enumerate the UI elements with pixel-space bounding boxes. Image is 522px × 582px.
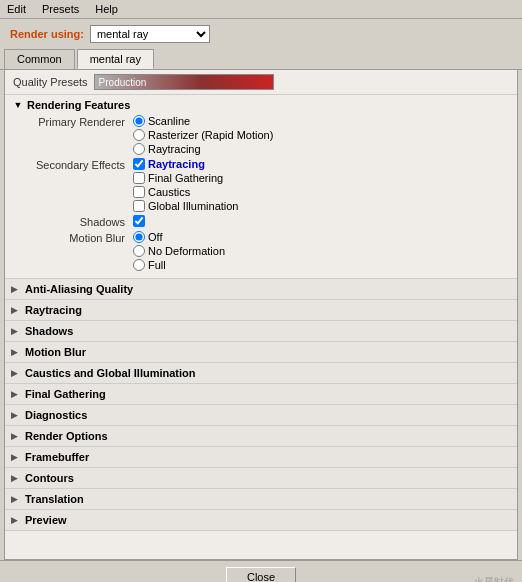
collapsible-label-9: Contours: [25, 472, 74, 484]
collapsible-label-6: Diagnostics: [25, 409, 87, 421]
collapsible-row-contours[interactable]: ▶Contours: [5, 467, 517, 489]
collapsible-row-preview[interactable]: ▶Preview: [5, 509, 517, 531]
secondary-global-illumination[interactable]: Global Illumination: [133, 200, 239, 212]
content-area[interactable]: ▼ Rendering Features Primary Renderer Sc…: [5, 95, 517, 559]
secondary-raytracing[interactable]: Raytracing: [133, 158, 239, 170]
rendering-features-header: ▼ Rendering Features: [13, 99, 509, 111]
secondary-final-gathering[interactable]: Final Gathering: [133, 172, 239, 184]
menu-edit[interactable]: Edit: [4, 2, 29, 16]
collapsible-label-1: Raytracing: [25, 304, 82, 316]
menu-bar: Edit Presets Help: [0, 0, 522, 19]
collapsible-list: ▶Anti-Aliasing Quality▶Raytracing▶Shadow…: [5, 278, 517, 531]
main-content: Quality Presets Production ▼ Rendering F…: [4, 70, 518, 560]
menu-help[interactable]: Help: [92, 2, 121, 16]
collapsible-row-diagnostics[interactable]: ▶Diagnostics: [5, 404, 517, 426]
shadows-row: Shadows: [13, 215, 509, 228]
motion-blur-row: Motion Blur Off No Deformation Full: [13, 231, 509, 271]
collapsible-arrow-1: ▶: [11, 305, 25, 315]
collapsible-arrow-7: ▶: [11, 431, 25, 441]
collapsible-label-3: Motion Blur: [25, 346, 86, 358]
collapsible-row-framebuffer[interactable]: ▶Framebuffer: [5, 446, 517, 468]
collapsible-row-translation[interactable]: ▶Translation: [5, 488, 517, 510]
rendering-features-section: ▼ Rendering Features Primary Renderer Sc…: [5, 95, 517, 279]
collapsible-arrow-10: ▶: [11, 494, 25, 504]
tab-common[interactable]: Common: [4, 49, 75, 69]
collapsible-row-final-gathering[interactable]: ▶Final Gathering: [5, 383, 517, 405]
collapse-arrow[interactable]: ▼: [13, 100, 23, 110]
motion-blur-label: Motion Blur: [13, 231, 133, 244]
collapsible-label-7: Render Options: [25, 430, 108, 442]
collapsible-label-10: Translation: [25, 493, 84, 505]
quality-presets-bar: Quality Presets Production: [5, 70, 517, 95]
collapsible-label-2: Shadows: [25, 325, 73, 337]
collapsible-label-8: Framebuffer: [25, 451, 89, 463]
quality-presets-label: Quality Presets: [13, 76, 88, 88]
render-using-select[interactable]: mental ray Maya Software Maya Hardware: [90, 25, 210, 43]
rendering-features-title: Rendering Features: [27, 99, 130, 111]
collapsible-arrow-8: ▶: [11, 452, 25, 462]
primary-renderer-options: Scanline Rasterizer (Rapid Motion) Raytr…: [133, 115, 273, 155]
collapsible-row-caustics-and-global-illumination[interactable]: ▶Caustics and Global Illumination: [5, 362, 517, 384]
collapsible-row-anti-aliasing-quality[interactable]: ▶Anti-Aliasing Quality: [5, 278, 517, 300]
render-using-label: Render using:: [10, 28, 84, 40]
preset-bar-label: Production: [95, 75, 273, 91]
primary-renderer-raytracing[interactable]: Raytracing: [133, 143, 273, 155]
collapsible-arrow-5: ▶: [11, 389, 25, 399]
collapsible-label-4: Caustics and Global Illumination: [25, 367, 196, 379]
collapsible-label-5: Final Gathering: [25, 388, 106, 400]
primary-renderer-scanline[interactable]: Scanline: [133, 115, 273, 127]
collapsible-arrow-11: ▶: [11, 515, 25, 525]
shadows-checkbox[interactable]: [133, 215, 145, 227]
tabs-row: Common mental ray: [0, 49, 522, 70]
close-button[interactable]: Close: [226, 567, 296, 582]
collapsible-row-shadows[interactable]: ▶Shadows: [5, 320, 517, 342]
preset-bar[interactable]: Production: [94, 74, 274, 90]
motion-blur-full[interactable]: Full: [133, 259, 225, 271]
collapsible-arrow-4: ▶: [11, 368, 25, 378]
collapsible-arrow-3: ▶: [11, 347, 25, 357]
primary-renderer-row: Primary Renderer Scanline Rasterizer (Ra…: [13, 115, 509, 155]
bottom-bar: Close 火星时代: [0, 560, 522, 582]
shadows-label: Shadows: [13, 215, 133, 228]
watermark: 火星时代: [474, 575, 514, 582]
collapsible-row-render-options[interactable]: ▶Render Options: [5, 425, 517, 447]
motion-blur-options: Off No Deformation Full: [133, 231, 225, 271]
render-using-row: Render using: mental ray Maya Software M…: [0, 19, 522, 49]
secondary-effects-options: Raytracing Final Gathering Caustics Glob…: [133, 158, 239, 212]
collapsible-label-11: Preview: [25, 514, 67, 526]
secondary-caustics[interactable]: Caustics: [133, 186, 239, 198]
menu-presets[interactable]: Presets: [39, 2, 82, 16]
collapsible-row-raytracing[interactable]: ▶Raytracing: [5, 299, 517, 321]
collapsible-label-0: Anti-Aliasing Quality: [25, 283, 133, 295]
motion-blur-off[interactable]: Off: [133, 231, 225, 243]
collapsible-arrow-6: ▶: [11, 410, 25, 420]
primary-renderer-rasterizer[interactable]: Rasterizer (Rapid Motion): [133, 129, 273, 141]
collapsible-row-motion-blur[interactable]: ▶Motion Blur: [5, 341, 517, 363]
secondary-effects-row: Secondary Effects Raytracing Final Gathe…: [13, 158, 509, 212]
collapsible-arrow-0: ▶: [11, 284, 25, 294]
secondary-effects-label: Secondary Effects: [13, 158, 133, 171]
primary-renderer-label: Primary Renderer: [13, 115, 133, 128]
motion-blur-no-deformation[interactable]: No Deformation: [133, 245, 225, 257]
tab-mental-ray[interactable]: mental ray: [77, 49, 154, 69]
collapsible-arrow-9: ▶: [11, 473, 25, 483]
collapsible-arrow-2: ▶: [11, 326, 25, 336]
